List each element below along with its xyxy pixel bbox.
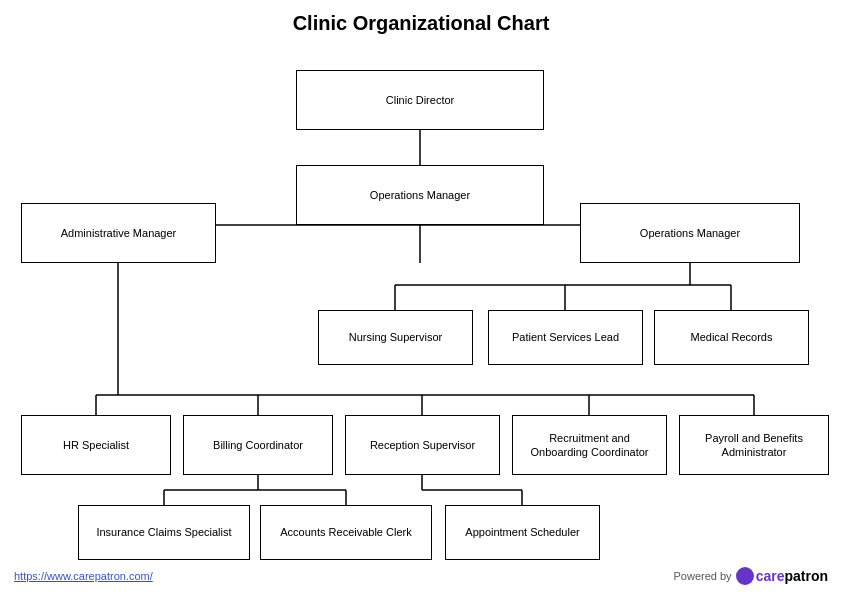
node-hr-specialist: HR Specialist: [21, 415, 171, 475]
node-clinic-director: Clinic Director: [296, 70, 544, 130]
footer-link[interactable]: https://www.carepatron.com/: [14, 570, 153, 582]
brand-name: carepatron: [756, 568, 828, 584]
node-admin-manager: Administrative Manager: [21, 203, 216, 263]
node-nursing-supervisor: Nursing Supervisor: [318, 310, 473, 365]
page-title: Clinic Organizational Chart: [0, 0, 842, 35]
node-medical-records: Medical Records: [654, 310, 809, 365]
node-appointment-scheduler: Appointment Scheduler: [445, 505, 600, 560]
node-billing-coordinator: Billing Coordinator: [183, 415, 333, 475]
node-patient-services: Patient Services Lead: [488, 310, 643, 365]
brand-logo: carepatron: [736, 567, 828, 585]
brand-icon: [736, 567, 754, 585]
page: Clinic Organizational Chart: [0, 0, 842, 595]
node-insurance-claims: Insurance Claims Specialist: [78, 505, 250, 560]
node-ar-clerk: Accounts Receivable Clerk: [260, 505, 432, 560]
chart-area: Clinic Director Operations Manager Admin…: [0, 45, 842, 565]
node-payroll: Payroll and Benefits Administrator: [679, 415, 829, 475]
powered-by-text: Powered by: [674, 570, 732, 582]
node-operations-manager-top: Operations Manager: [296, 165, 544, 225]
node-ops-manager2: Operations Manager: [580, 203, 800, 263]
node-reception-supervisor: Reception Supervisor: [345, 415, 500, 475]
footer: https://www.carepatron.com/ Powered by c…: [0, 567, 842, 585]
node-recruitment: Recruitment and Onboarding Coordinator: [512, 415, 667, 475]
brand-container: Powered by carepatron: [674, 567, 828, 585]
